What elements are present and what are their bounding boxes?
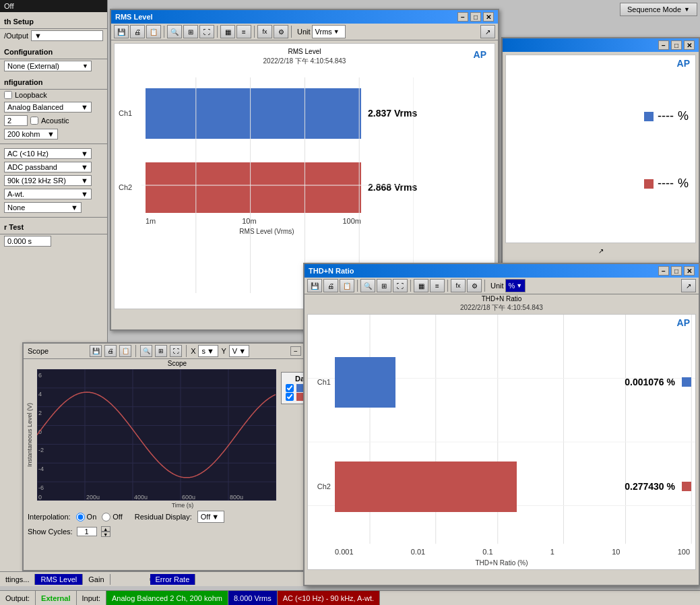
interp-off-radio[interactable] [102,513,110,521]
rms-minimize[interactable]: − [457,12,468,22]
gain-panel[interactable]: Gain [83,574,110,585]
scope-tb-copy[interactable]: 📋 [119,345,131,357]
analog-balanced-dropdown[interactable]: Analog Balanced ▼ [4,102,92,113]
legend-ch1-checkbox[interactable] [286,384,294,392]
awt-dropdown[interactable]: A-wt. ▼ [4,189,92,199]
thd-minimize[interactable]: − [658,266,669,276]
r-test-input[interactable] [4,236,51,247]
thd-controls[interactable]: − □ ✕ [658,266,695,276]
thd-tb-zoom[interactable]: 🔍 [360,279,375,292]
rms-tb-table[interactable]: ▦ [220,25,235,38]
rms-large-max[interactable]: □ [671,40,682,50]
thd-tb-table[interactable]: ▦ [414,279,428,292]
rms-level-panel[interactable]: RMS Level [35,574,83,585]
channel-input[interactable] [4,115,28,126]
rms-large-min[interactable]: − [658,40,669,50]
rms-close[interactable]: ✕ [483,12,494,22]
acoustic-checkbox[interactable] [30,117,38,125]
error-rate-panel[interactable]: Error Rate [150,574,196,585]
scope-tb-expand[interactable]: ⛶ [170,345,182,357]
rms-tb-copy[interactable]: 📋 [146,25,161,38]
none-dropdown[interactable]: None ▼ [4,202,82,213]
rms-tb-gear[interactable]: ⚙ [274,25,288,38]
rms-unit-dropdown[interactable]: Vrms ▼ [312,25,346,38]
rms-tb-bars[interactable]: ≡ [236,25,251,38]
scope-tb-grid[interactable]: ⊞ [155,345,167,357]
sr-dropdown[interactable]: 90k (192 kHz SR) ▼ [4,175,92,186]
status-bar: Output: External Input: Analog Balanced … [0,590,700,605]
sidebar-config2: nfiguration [0,75,107,90]
kohm-value: 200 kohm [7,130,40,138]
rms-large-controls[interactable]: − □ ✕ [658,40,695,50]
interp-off-label[interactable]: Off [102,513,122,521]
rms-title-bar[interactable]: RMS Level − □ ✕ [111,10,498,24]
scope-y-dropdown[interactable]: V ▼ [229,345,249,357]
rms-large-expand[interactable]: ↗ [503,246,699,256]
thd-tb-expand[interactable]: ⛶ [393,279,408,292]
scope-tb-print[interactable]: 🖨 [104,345,117,357]
loopback-checkbox[interactable] [4,91,12,99]
adc-value: ADC passband [7,163,57,171]
thd-title-bar[interactable]: THD+N Ratio − □ ✕ [305,264,699,278]
cycles-up[interactable]: ▲ [101,526,110,532]
thd-title: THD+N Ratio [309,267,354,275]
input-value: Analog Balanced 2 Ch, 200 kohm [112,594,222,602]
show-cycles-input[interactable] [77,527,97,536]
scope-tb-save[interactable]: 💾 [90,345,102,357]
thd-maximize[interactable]: □ [671,266,682,276]
settings-link[interactable]: ttings... [0,574,35,585]
legend-ch2-checkbox[interactable] [286,393,294,401]
thd-tb-gear[interactable]: ⚙ [467,279,482,292]
thd-unit-dropdown[interactable]: % ▼ [505,279,526,292]
scope-tb-zoom[interactable]: 🔍 [140,345,152,357]
thd-tb-grid[interactable]: ⊞ [377,279,391,292]
thd-tb-copy[interactable]: 📋 [340,279,354,292]
rms-tb-zoom[interactable]: 🔍 [167,25,182,38]
scope-x-dropdown[interactable]: s ▼ [198,345,218,357]
tb-sep2 [217,26,218,38]
rms-tb-grid[interactable]: ⊞ [183,25,198,38]
scope-x-axis-label: Time (s) [34,502,331,509]
rms-maximize[interactable]: □ [470,12,481,22]
interp-on-label[interactable]: On [76,513,97,521]
rms-controls[interactable]: − □ ✕ [457,12,494,22]
sequence-mode-arrow: ▼ [684,6,690,13]
sidebar-config1-row: None (External) ▼ [0,59,107,73]
residual-dropdown[interactable]: Off ▼ [197,511,224,523]
tb-sep3 [254,26,255,38]
ac-dropdown[interactable]: AC (<10 Hz) ▼ [4,148,92,159]
interp-on-radio[interactable] [76,513,85,521]
status-input-value: Analog Balanced 2 Ch, 200 kohm [106,591,228,605]
rms-tb-expand-arrow[interactable]: ↗ [480,25,495,38]
scope-title-bar[interactable]: Scope 💾 🖨 📋 🔍 ⊞ ⛶ X s ▼ Y V ▼ − □ [24,344,331,359]
sidebar-output-dropdown[interactable]: ▼ [31,30,103,41]
thd-tb-fx[interactable]: fx [451,279,466,292]
cycles-spinner[interactable]: ▲ ▼ [101,526,110,537]
rms-tb-save[interactable]: 💾 [114,25,129,38]
adc-dropdown[interactable]: ADC passband ▼ [4,162,92,172]
cycles-down[interactable]: ▼ [101,532,110,537]
analog-balanced-arrow: ▼ [81,103,88,111]
scope-minimize[interactable]: − [290,346,301,356]
thd-chart-title: THD+N Ratio [305,294,699,303]
rms-tb-fx[interactable]: fx [257,25,272,38]
thd-tb-print[interactable]: 🖨 [323,279,338,292]
show-cycles-label: Show Cycles: [28,528,73,536]
thd-close[interactable]: ✕ [684,266,695,276]
kohm-dropdown[interactable]: 200 kohm ▼ [4,129,58,139]
rms-large-close[interactable]: ✕ [684,40,695,50]
divider2 [0,217,107,218]
show-cycles-row: Show Cycles: ▲ ▼ [24,525,331,538]
thd-tb-save[interactable]: 💾 [307,279,322,292]
scope-sep1 [135,345,136,357]
thd-tb-expand-arrow[interactable]: ↗ [681,279,696,292]
rms-tb-print[interactable]: 🖨 [130,25,145,38]
sidebar-config1-dropdown[interactable]: None (External) ▼ [4,61,92,71]
rms-tb-expand[interactable]: ⛶ [199,25,214,38]
thd-timestamp: 2022/2/18 下午 4:10:54.843 [305,303,699,313]
sequence-mode-button[interactable]: Sequence Mode ▼ [620,3,697,16]
divider1 [0,144,107,144]
loopback-row: Loopback [0,90,107,100]
rms-toolbar: 💾 🖨 📋 🔍 ⊞ ⛶ ▦ ≡ fx ⚙ Unit Vrms ▼ ↗ [111,24,498,40]
thd-tb-bars[interactable]: ≡ [430,279,445,292]
